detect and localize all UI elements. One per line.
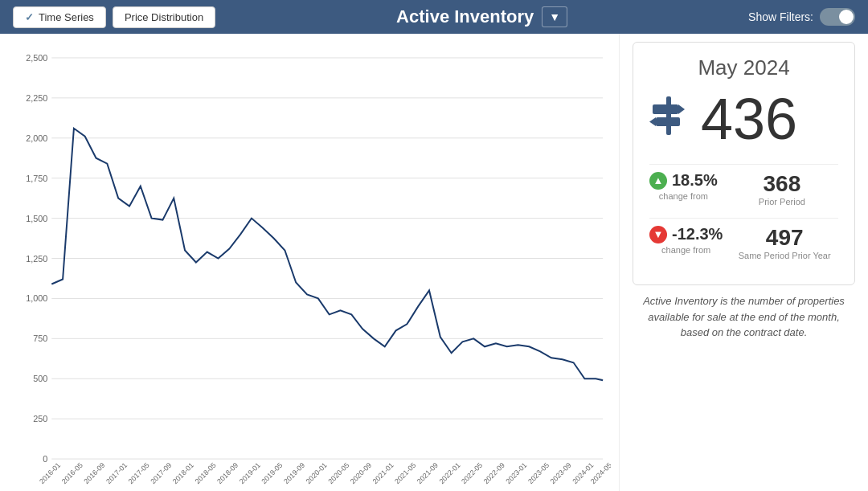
svg-text:2023-05: 2023-05 [526,461,551,485]
svg-text:2021-01: 2021-01 [371,461,395,485]
svg-text:500: 500 [33,374,47,383]
svg-text:2016-05: 2016-05 [60,461,84,485]
svg-text:2019-05: 2019-05 [260,461,284,485]
svg-text:2017-05: 2017-05 [127,461,151,485]
svg-text:2022-01: 2022-01 [438,461,462,485]
svg-rect-51 [656,117,680,126]
content-area: 0 250 500 750 1,000 1,250 1,500 1,750 2,… [0,34,868,491]
svg-text:2022-05: 2022-05 [460,461,484,485]
svg-text:1,500: 1,500 [26,214,47,223]
svg-text:750: 750 [33,333,47,343]
show-filters-toggle[interactable] [820,8,855,26]
svg-text:2019-09: 2019-09 [282,461,306,485]
divider-1 [649,164,838,165]
svg-text:0: 0 [43,454,47,464]
toggle-knob [839,10,854,24]
change-up-label: change from [659,191,708,201]
chart-svg: 0 250 500 750 1,000 1,250 1,500 1,750 2,… [8,42,611,491]
tab-price-distribution[interactable]: Price Distribution [113,6,215,28]
current-month: May 2024 [649,55,838,80]
svg-text:2021-09: 2021-09 [416,461,440,485]
prior-year-value: 497 [766,225,804,251]
svg-text:2019-01: 2019-01 [238,461,262,485]
check-icon: ✓ [25,11,34,23]
svg-text:2020-05: 2020-05 [326,461,350,485]
signpost-icon [649,96,688,142]
svg-rect-49 [653,104,678,114]
show-filters-control: Show Filters: [748,8,855,26]
info-panel: May 2024 436 [619,34,868,491]
svg-text:2,000: 2,000 [26,133,47,143]
svg-text:2018-09: 2018-09 [215,461,240,485]
svg-text:2016-01: 2016-01 [38,461,62,485]
svg-text:1,750: 1,750 [26,174,47,183]
main-container: ✓ Time Series Price Distribution Active … [0,0,868,491]
description-text: Active Inventory is the number of proper… [633,293,855,341]
svg-text:250: 250 [33,414,47,423]
prior-period-label: Prior Period [759,197,805,207]
main-stat-value: 436 [701,90,797,148]
change-row-down: ▼ -12.3% change from 497 Same Period Pri… [649,225,838,260]
svg-text:2018-05: 2018-05 [194,461,218,485]
up-arrow-icon: ▲ [649,172,667,190]
prior-period-value: 368 [764,171,801,197]
svg-text:2022-09: 2022-09 [482,461,506,485]
svg-text:1,000: 1,000 [26,293,47,303]
divider-2 [649,218,838,219]
stats-box: May 2024 436 [633,42,855,285]
change-up-pct: 18.5% [672,171,718,190]
change-down-label: change from [661,245,710,255]
svg-text:2023-01: 2023-01 [504,461,528,485]
main-value-row: 436 [649,90,838,148]
svg-text:2020-01: 2020-01 [305,461,329,485]
toolbar: ✓ Time Series Price Distribution Active … [0,0,868,34]
title-dropdown[interactable]: ▼ [542,6,567,27]
svg-text:2017-09: 2017-09 [149,461,173,485]
change-down-pct: -12.3% [672,225,723,243]
svg-text:2020-09: 2020-09 [349,461,373,485]
chart-area: 0 250 500 750 1,000 1,250 1,500 1,750 2,… [0,34,619,491]
svg-marker-50 [678,104,685,114]
down-arrow-icon: ▼ [649,226,667,243]
svg-text:2023-09: 2023-09 [549,461,573,485]
tab-timeseries[interactable]: ✓ Time Series [13,6,106,28]
svg-text:2,250: 2,250 [26,93,47,103]
page-title: Active Inventory ▼ [215,6,748,27]
svg-text:1,250: 1,250 [26,253,47,263]
svg-text:2018-01: 2018-01 [171,461,195,485]
prior-year-label: Same Period Prior Year [739,251,831,260]
svg-text:2,500: 2,500 [26,53,47,63]
svg-text:2017-01: 2017-01 [104,461,129,485]
svg-rect-48 [666,96,671,135]
svg-text:2021-05: 2021-05 [393,461,417,485]
svg-marker-52 [649,117,656,126]
change-row-up: ▲ 18.5% change from 368 Prior Period [649,171,838,207]
svg-text:2016-09: 2016-09 [82,461,106,485]
